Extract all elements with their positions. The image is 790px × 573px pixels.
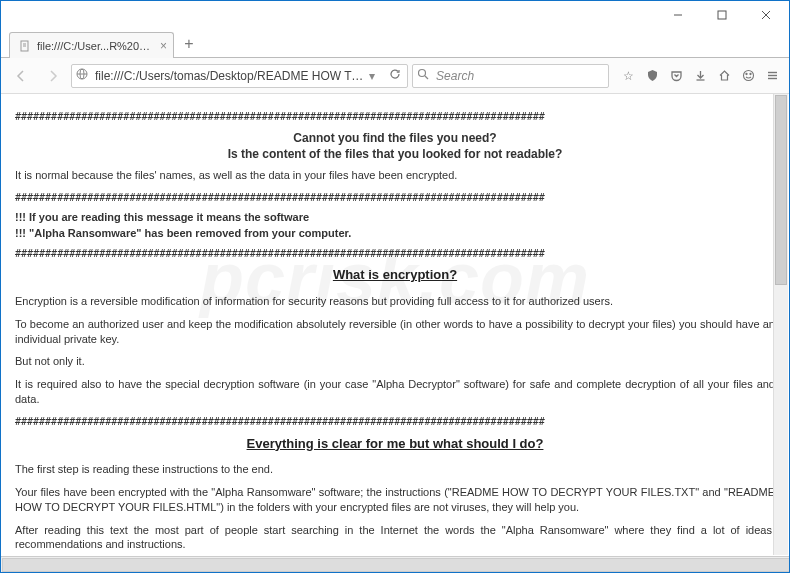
svg-point-15 bbox=[749, 73, 750, 74]
svg-line-11 bbox=[425, 76, 428, 79]
new-tab-button[interactable]: + bbox=[176, 31, 202, 57]
section-heading-whattodo: Everything is clear for me but what shou… bbox=[15, 435, 775, 453]
tab-title: file:///C:/User...R%20FILES.HTML bbox=[37, 40, 154, 52]
home-icon[interactable] bbox=[713, 65, 735, 87]
page-content: pcrisk.com #############################… bbox=[1, 94, 789, 557]
search-box[interactable]: Search bbox=[412, 64, 609, 88]
url-bar[interactable]: file:///C:/Users/tomas/Desktop/README HO… bbox=[71, 64, 408, 88]
url-text: file:///C:/Users/tomas/Desktop/README HO… bbox=[95, 69, 365, 83]
svg-point-14 bbox=[745, 73, 746, 74]
warning-line-2: !!! "Alpha Ransomware" has been removed … bbox=[15, 226, 775, 241]
search-placeholder: Search bbox=[436, 69, 474, 83]
divider: ########################################… bbox=[15, 110, 775, 124]
paragraph: It is required also to have the special … bbox=[15, 377, 775, 407]
warning-line-1: !!! If you are reading this message it m… bbox=[15, 210, 775, 225]
close-button[interactable] bbox=[744, 1, 788, 29]
back-button[interactable] bbox=[7, 62, 35, 90]
horizontal-scrollbar[interactable] bbox=[1, 556, 789, 572]
paragraph: The first step is reading these instruct… bbox=[15, 462, 775, 477]
vertical-scrollbar[interactable] bbox=[773, 94, 788, 555]
search-icon bbox=[417, 68, 431, 83]
shield-icon[interactable] bbox=[641, 65, 663, 87]
downloads-icon[interactable] bbox=[689, 65, 711, 87]
heading-line-2: Is the content of the files that you loo… bbox=[15, 146, 775, 162]
nav-toolbar: file:///C:/Users/tomas/Desktop/README HO… bbox=[1, 58, 789, 94]
svg-rect-1 bbox=[718, 11, 726, 19]
reload-icon[interactable] bbox=[389, 68, 403, 83]
paragraph: After reading this text the most part of… bbox=[15, 523, 775, 553]
divider: ########################################… bbox=[15, 415, 775, 429]
file-icon bbox=[18, 39, 32, 53]
toolbar-icons: ☆ bbox=[617, 65, 783, 87]
pocket-icon[interactable] bbox=[665, 65, 687, 87]
menu-icon[interactable] bbox=[761, 65, 783, 87]
paragraph: Your files have been encrypted with the … bbox=[15, 485, 775, 515]
bookmark-icon[interactable]: ☆ bbox=[617, 65, 639, 87]
minimize-button[interactable] bbox=[656, 1, 700, 29]
dropdown-icon[interactable]: ▾ bbox=[369, 69, 383, 83]
maximize-button[interactable] bbox=[700, 1, 744, 29]
tab-bar: file:///C:/User...R%20FILES.HTML × + bbox=[1, 28, 789, 58]
divider: ########################################… bbox=[15, 247, 775, 261]
divider: ########################################… bbox=[15, 191, 775, 205]
heading-line-1: Cannot you find the files you need? bbox=[15, 130, 775, 146]
window-titlebar bbox=[1, 0, 789, 28]
paragraph: To become an authorized user and keep th… bbox=[15, 317, 775, 347]
svg-point-10 bbox=[419, 70, 426, 77]
paragraph: But not only it. bbox=[15, 354, 775, 369]
smiley-icon[interactable] bbox=[737, 65, 759, 87]
browser-tab[interactable]: file:///C:/User...R%20FILES.HTML × bbox=[9, 32, 174, 58]
tab-close-icon[interactable]: × bbox=[160, 39, 167, 53]
paragraph: Encryption is a reversible modification … bbox=[15, 294, 775, 309]
globe-icon bbox=[76, 68, 90, 83]
svg-point-13 bbox=[743, 71, 753, 81]
section-heading-encryption: What is encryption? bbox=[15, 266, 775, 284]
intro-text: It is normal because the files' names, a… bbox=[15, 168, 775, 183]
forward-button[interactable] bbox=[39, 62, 67, 90]
scrollbar-thumb[interactable] bbox=[775, 95, 787, 285]
